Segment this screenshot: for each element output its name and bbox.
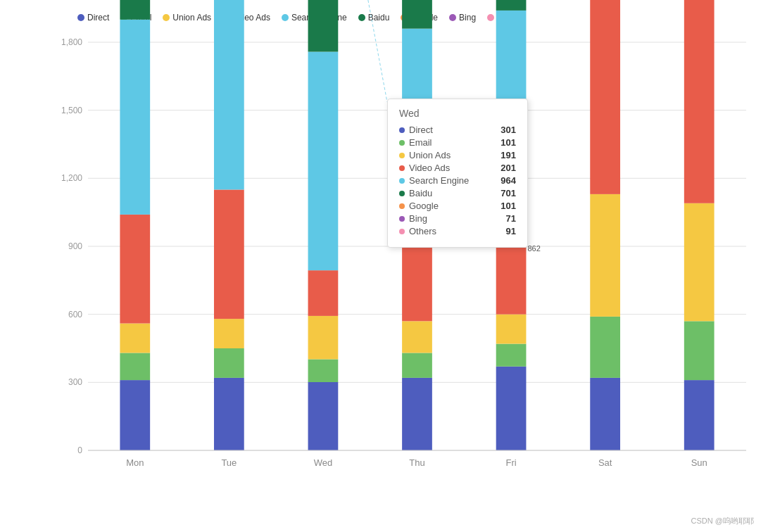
svg-rect-18 [120,20,150,215]
svg-rect-55 [496,344,527,367]
svg-text:Sun: Sun [691,457,707,468]
svg-rect-77 [684,0,715,203]
tooltip-row: Direct 301 [399,125,516,135]
svg-rect-45 [402,353,432,377]
svg-text:Fri: Fri [505,457,516,468]
legend-item: Bing [449,13,476,23]
chart-svg: 03006009001,2001,5001,800MonTueWedThuFri… [49,28,767,493]
tooltip-row: Others 91 [399,226,516,236]
svg-rect-49 [402,0,432,29]
svg-text:0: 0 [77,445,82,455]
svg-rect-64 [590,378,620,450]
tooltip-row: Video Ads 201 [399,163,516,173]
tooltip: Wed Direct 301 Email 101 Union Ads 191 V… [387,99,528,248]
svg-text:900: 900 [68,241,82,251]
legend-item: Direct [77,13,109,23]
svg-text:Sat: Sat [598,457,612,468]
tooltip-row: Search Engine 964 [399,175,516,186]
svg-rect-38 [308,52,339,271]
svg-text:1,500: 1,500 [61,106,82,115]
svg-rect-34 [308,382,339,450]
svg-text:600: 600 [68,310,82,319]
svg-rect-59 [496,0,527,11]
svg-rect-65 [590,317,620,378]
svg-rect-54 [496,367,527,450]
tooltip-row: Union Ads 191 [399,150,516,160]
svg-text:Thu: Thu [409,457,424,468]
svg-rect-74 [684,380,715,450]
svg-rect-16 [120,324,150,353]
svg-rect-14 [120,380,150,450]
svg-text:1,800: 1,800 [61,37,82,47]
svg-text:1,200: 1,200 [61,173,82,183]
tooltip-title: Wed [399,108,516,119]
legend-item: Baidu [358,13,390,23]
svg-rect-35 [308,359,339,382]
svg-rect-28 [214,0,244,189]
svg-rect-27 [214,189,244,319]
svg-text:862: 862 [527,244,540,253]
svg-rect-46 [402,321,432,353]
svg-text:Wed: Wed [314,457,333,468]
svg-rect-66 [590,194,620,317]
svg-rect-67 [590,0,620,194]
svg-rect-19 [120,0,150,20]
tooltip-row: Google 101 [399,201,516,211]
svg-rect-75 [684,321,715,380]
tooltip-row: Baidu 701 [399,188,516,198]
svg-rect-39 [308,0,339,52]
svg-rect-37 [308,270,339,316]
svg-rect-24 [214,378,244,450]
svg-rect-26 [214,319,244,348]
svg-rect-76 [684,203,715,322]
svg-rect-25 [214,348,244,378]
svg-rect-56 [496,315,527,344]
svg-rect-15 [120,353,150,380]
chart-container: DirectEmailUnion AdsVideo AdsSearch Engi… [0,0,768,532]
svg-rect-36 [308,316,339,360]
svg-rect-44 [402,378,432,450]
svg-rect-17 [120,215,150,324]
tooltip-row: Bing 71 [399,213,516,224]
legend: DirectEmailUnion AdsVideo AdsSearch Engi… [49,7,754,28]
svg-text:300: 300 [68,377,82,387]
svg-text:Mon: Mon [126,457,144,468]
legend-item: Union Ads [163,13,211,23]
svg-text:Tue: Tue [221,457,237,468]
watermark: CSDN @呜哟耶耶 [691,516,754,526]
tooltip-row: Email 101 [399,137,516,148]
